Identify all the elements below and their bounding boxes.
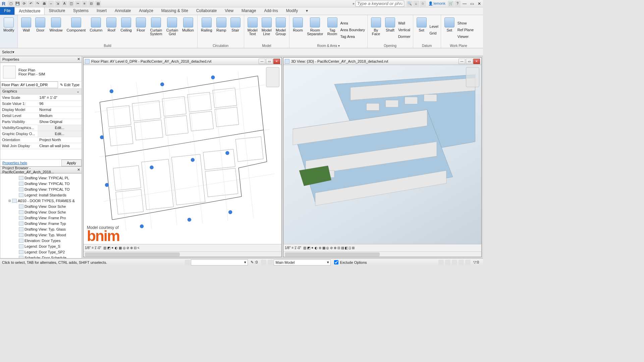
tab-insert[interactable]: Insert	[93, 7, 111, 15]
panel-select-drop[interactable]: Select ▾	[0, 48, 483, 56]
floor-plan-canvas[interactable]: Model courtesy of bnim	[84, 65, 281, 244]
window-restore-button[interactable]: ▭	[468, 0, 476, 7]
qat-measure-icon[interactable]: ↔	[48, 1, 54, 7]
tree-item[interactable]: Drafting View: Frame Typ	[1, 221, 81, 226]
3d-canvas[interactable]	[283, 65, 481, 244]
tab-annotate[interactable]: Annotate	[111, 7, 135, 15]
window-minimize-button[interactable]: —	[259, 59, 265, 64]
tab-collaborate[interactable]: Collaborate	[192, 7, 221, 15]
horizontal-scrollbar[interactable]	[84, 251, 281, 257]
window-minimize-button[interactable]: —	[459, 59, 465, 64]
tab-systems[interactable]: Systems	[69, 7, 93, 15]
tree-item[interactable]: Legend: Door Type_SP2	[1, 249, 81, 255]
view-titlebar[interactable]: Floor Plan: AY Level 0_DPR - PacificCent…	[84, 58, 281, 65]
prop-row[interactable]: Display ModelNormal	[0, 107, 82, 113]
tree-item[interactable]: Drafting View: TYPICAL PL	[1, 175, 81, 181]
area-button[interactable]: Area	[339, 20, 366, 26]
view-scale[interactable]: 1/8" = 1'-0"	[285, 246, 301, 250]
tree-item[interactable]: Drafting View: Typ. Wood	[1, 232, 81, 238]
by-face-button[interactable]: ByFace	[369, 16, 383, 43]
tab-manage[interactable]: Manage	[237, 7, 260, 15]
tree-item[interactable]: Schedule: Door Schedule	[1, 255, 81, 258]
project-browser-header[interactable]: Project Browser - PacificCenter_AY_Arch_…	[0, 167, 82, 173]
tab-modify[interactable]: Modify	[282, 7, 302, 15]
tab-analyze[interactable]: Analyze	[135, 7, 157, 15]
drag-elements-icon[interactable]	[465, 260, 471, 265]
app-icon[interactable]: R	[0, 0, 7, 7]
model-line-button[interactable]: ModelLine	[260, 16, 274, 43]
qat-open-icon[interactable]: ▢	[8, 1, 14, 7]
qat-comm-icon[interactable]: ⌂	[413, 1, 419, 7]
tree-item[interactable]: Drafting View: Frame Pro	[1, 215, 81, 221]
roof-button[interactable]: Roof	[104, 16, 118, 43]
stair-button[interactable]: Stair	[228, 16, 243, 43]
qat-close-icon[interactable]: ⊟	[88, 1, 94, 7]
component-button[interactable]: Component	[65, 16, 88, 43]
shaft-button[interactable]: Shaft	[383, 16, 397, 43]
view-control-bar[interactable]: 1/8" = 1'-0" ▥ ◩ ✦ ◐ ▦ ◎ ⊘ ⊕ ⊟ <	[84, 244, 281, 251]
tab-view[interactable]: View	[221, 7, 237, 15]
properties-help-link[interactable]: Properties help	[0, 160, 61, 166]
window-maximize-button[interactable]: ▭	[466, 59, 473, 64]
window-button[interactable]: Window	[47, 16, 64, 43]
qat-search-icon[interactable]: 🔍	[407, 1, 413, 7]
signed-in-user[interactable]: 👤lemonk	[428, 1, 445, 6]
curtain-system-button[interactable]: CurtainSystem	[148, 16, 164, 43]
window-maximize-button[interactable]: ▭	[266, 59, 273, 64]
tree-item[interactable]: Drafting View: Door Sche	[1, 209, 81, 215]
navigation-cube[interactable]	[466, 67, 479, 87]
qat-switch-icon[interactable]: ▤	[95, 1, 101, 7]
room-button[interactable]: Room	[291, 16, 305, 43]
qat-dim-icon[interactable]: ⇲	[55, 1, 61, 7]
close-icon[interactable]: ✕	[77, 57, 80, 61]
prop-row[interactable]: Graphic Display O...Edit...	[0, 131, 82, 137]
vertical-button[interactable]: Vertical	[397, 26, 412, 33]
tree-item[interactable]: ⊟A010 - DOOR TYPES, FRAMES &	[1, 198, 81, 203]
railing-button[interactable]: Railing	[199, 16, 214, 43]
wall-button[interactable]: Wall	[19, 16, 33, 43]
select-underlay-icon[interactable]	[445, 260, 450, 265]
tag-area-button[interactable]: Tag Area	[339, 33, 366, 40]
curtain-grid-button[interactable]: CurtainGrid	[164, 16, 180, 43]
instance-selector[interactable]	[0, 81, 58, 88]
tree-item[interactable]: Drafting View: TYPICAL TO	[1, 181, 81, 186]
qat-help-icon[interactable]: ?	[454, 1, 461, 7]
apply-button[interactable]: Apply	[61, 160, 82, 166]
model-group-button[interactable]: ModelGroup	[274, 16, 288, 43]
set-button[interactable]: Set	[415, 16, 429, 43]
ceiling-button[interactable]: Ceiling	[118, 16, 134, 43]
design-option-combo[interactable]: Main Model▾	[274, 259, 331, 265]
qat-exchange-icon[interactable]: 🛒	[448, 1, 454, 7]
project-browser[interactable]: Drafting View: TYPICAL PLDrafting View: …	[0, 173, 82, 258]
prop-row[interactable]: Wall Join DisplayClean all wall joins	[0, 143, 82, 149]
qat-redo-icon[interactable]: ↷	[35, 1, 41, 7]
tab-structure[interactable]: Structure	[45, 7, 69, 15]
prop-row[interactable]: Detail LevelMedium	[0, 113, 82, 119]
workset-active-combo[interactable]: ▾	[191, 259, 248, 265]
ramp-button[interactable]: Ramp	[214, 16, 228, 43]
qat-save-icon[interactable]: 💾	[14, 1, 20, 7]
prop-row[interactable]: OrientationProject North	[0, 137, 82, 143]
model-text-button[interactable]: ModelText	[246, 16, 260, 43]
prop-row[interactable]: Scale Value 1:96	[0, 101, 82, 107]
select-links-icon[interactable]	[438, 260, 444, 265]
dormer-button[interactable]: Dormer	[397, 33, 412, 40]
window-minimize-button[interactable]: —	[461, 0, 468, 7]
qat-undo-icon[interactable]: ↶	[28, 1, 34, 7]
tree-item[interactable]: Legend: Door Type_S	[1, 243, 81, 249]
qat-fav-icon[interactable]: ☆	[420, 1, 426, 7]
floor-button[interactable]: Floor	[134, 16, 148, 43]
qat-3d-icon[interactable]: ◫	[68, 1, 74, 7]
tag-room-button[interactable]: TagRoom	[325, 16, 339, 43]
window-close-button[interactable]: ✕	[273, 59, 280, 64]
horizontal-scrollbar[interactable]	[283, 251, 481, 257]
prop-row[interactable]: Visibility/Graphics...Edit...	[0, 125, 82, 131]
mullion-button[interactable]: Mullion	[180, 16, 196, 43]
select-face-icon[interactable]	[459, 260, 464, 265]
tree-item[interactable]: Drafting View: Door Sche	[1, 203, 81, 209]
tab-architecture[interactable]: Architecture	[14, 7, 45, 15]
ribbon-overflow-icon[interactable]: ▾	[302, 7, 312, 15]
window-close-button[interactable]: ✕	[473, 59, 480, 64]
select-pinned-icon[interactable]	[452, 260, 457, 265]
workset-icon[interactable]	[185, 260, 190, 265]
